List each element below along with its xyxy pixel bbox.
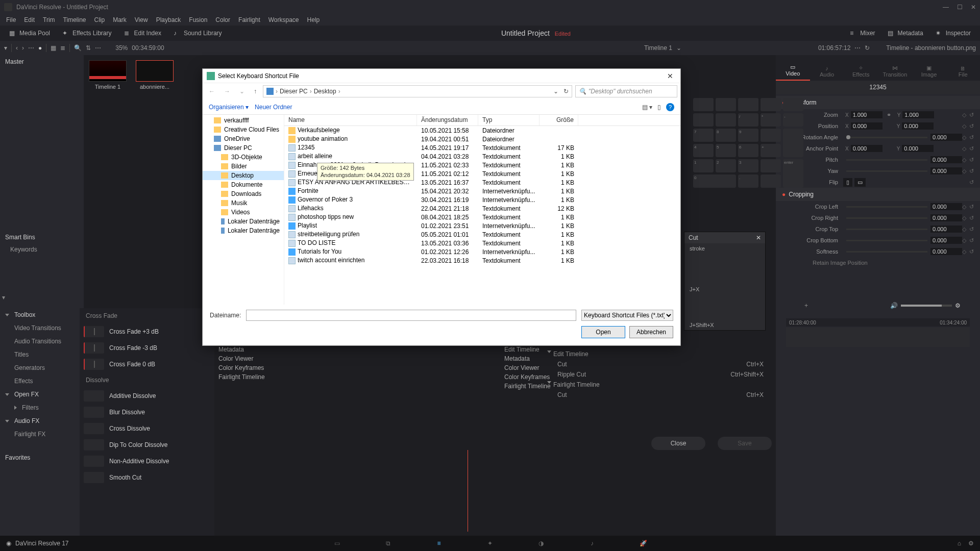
speaker-icon[interactable]: 🔊 [890,302,898,309]
audio-transitions[interactable]: Audio Transitions [0,335,80,348]
video-transitions[interactable]: Video Transitions [0,321,80,335]
inspector-button[interactable]: ✷Inspector [930,28,976,39]
tab-audio[interactable]: ♪Audio [810,62,844,81]
column-name[interactable]: Name [284,115,417,126]
cancel-button[interactable]: Abbrechen [629,326,673,338]
volume-control[interactable]: 🔊 ⚙ [890,302,961,309]
fx-item[interactable]: Cross Fade +3 dB [80,323,214,340]
tree-node[interactable]: Dokumente [203,180,284,189]
keyframe-icon[interactable]: ◇ [962,112,966,118]
maximize-icon[interactable]: ☐ [957,4,963,11]
media-pool-button[interactable]: ▦Media Pool [4,28,55,39]
page-fusion[interactable]: ✦ [485,538,495,548]
preview-pane-icon[interactable]: ▯ [657,104,661,111]
keywords-bin[interactable]: Keywords [0,244,80,255]
tree-node[interactable]: Downloads [203,189,284,198]
open-button[interactable]: Open [581,326,625,338]
flip-h-button[interactable]: ▯ [843,178,852,187]
file-list[interactable]: Name Änderungsdatum Typ Größe Verkaufsbe… [284,115,680,305]
clip-thumbnail[interactable]: Timeline 1 [89,60,127,90]
page-cut[interactable]: ⧉ [383,538,393,548]
list-icon[interactable]: ≣ [60,44,65,52]
breadcrumb[interactable]: ›Dieser PC ›Desktop › ⌄ ↻ [263,85,572,97]
menu-file[interactable]: File [2,16,20,23]
search-icon[interactable]: 🔍 [74,44,82,52]
prev-icon[interactable]: ‹ [16,44,18,52]
fx-item[interactable]: Smooth Cut [80,469,214,486]
more-icon[interactable]: ⋯ [28,44,34,52]
menu-fusion[interactable]: Fusion [185,16,211,23]
menu-workspace[interactable]: Workspace [264,16,303,23]
file-row[interactable]: Tutorials for You01.02.2021 12:26Interne… [284,247,680,256]
filters-category[interactable]: Filters [0,401,80,414]
menu-trim[interactable]: Trim [39,16,59,23]
menu-edit[interactable]: Edit [20,16,39,23]
file-row[interactable]: Verkaufsbelege10.05.2021 15:58Dateiordne… [284,126,680,135]
file-row[interactable]: 1234514.05.2021 19:17Textdokument17 KB [284,143,680,152]
sound-library-button[interactable]: ♪Sound Library [168,28,227,39]
help-icon[interactable]: ? [666,103,674,111]
zoom-y-field[interactable]: 1.000 [902,111,934,118]
close-button[interactable]: Close [651,437,705,450]
fx-item[interactable]: Cross Fade 0 dB [80,356,214,372]
yaw-slider[interactable] [846,170,927,172]
zoom-percent[interactable]: 35% [115,44,128,52]
chevron-down-icon[interactable]: ⌄ [553,88,558,95]
fx-item[interactable]: Additive Dissolve [80,388,214,404]
page-color[interactable]: ◑ [536,538,546,548]
tab-image[interactable]: ▣Image [912,62,946,81]
refresh-icon[interactable]: ↻ [564,88,569,95]
file-row[interactable]: TO DO LISTE13.05.2021 03:36Textdokument1… [284,239,680,247]
tab-effects[interactable]: ✧Effects [844,62,878,81]
next-icon[interactable]: › [22,44,24,52]
page-media[interactable]: ▭ [332,538,342,548]
folder-tree[interactable]: verkauffffCreative Cloud FilesOneDriveDi… [203,115,284,305]
generators-category[interactable]: Generators [0,361,80,374]
file-row[interactable]: Fortnite15.04.2021 20:32Internetverknüpf… [284,187,680,195]
record-icon[interactable]: ● [38,44,42,52]
volume-slider[interactable] [901,305,952,307]
transform-header[interactable]: ●Transform [776,96,980,109]
add-marker-icon[interactable]: + [804,302,808,309]
favorites-category[interactable]: Favorites [0,451,80,464]
fx-item[interactable]: Cross Dissolve [80,420,214,437]
nav-recent-icon[interactable]: ⌄ [236,88,248,95]
grid-icon[interactable]: ▦ [51,44,56,52]
file-type-select[interactable]: Keyboard Shortcut Files (*.txt) [581,310,673,321]
filter-icon[interactable]: ⋯ [95,44,101,52]
audiofx-category[interactable]: Audio FX [0,414,80,428]
sync-icon[interactable]: ↻ [865,44,870,52]
tree-node[interactable]: Dieser PC [203,143,284,153]
effects-category[interactable]: Effects [0,374,80,388]
home-icon[interactable]: ⌂ [958,540,961,547]
menu-mark[interactable]: Mark [109,16,131,23]
tree-node[interactable]: Desktop [203,171,284,180]
column-date[interactable]: Änderungsdatum [417,115,478,126]
search-input[interactable]: 🔍 "Desktop" durchsuchen [575,85,677,97]
tree-node[interactable]: Videos [203,208,284,217]
file-row[interactable]: Governor of Poker 330.04.2021 16:19Inter… [284,195,680,204]
nav-forward-icon[interactable]: → [221,88,233,95]
column-type[interactable]: Typ [478,115,540,126]
close-icon[interactable]: ✕ [756,234,761,241]
panel-collapse-icon[interactable]: ▾ [0,292,10,302]
page-fairlight[interactable]: ♪ [587,538,597,548]
fx-item[interactable]: Non-Additive Dissolve [80,453,214,469]
fx-item[interactable]: Cross Fade -3 dB [80,340,214,356]
tree-node[interactable]: Lokaler Datenträge [203,226,284,235]
fx-item[interactable]: Blur Dissolve [80,404,214,420]
nav-up-icon[interactable]: ↑ [251,88,260,95]
reset-icon[interactable]: ↺ [969,112,974,118]
menu-help[interactable]: Help [303,16,324,23]
playhead[interactable] [468,450,468,532]
file-row[interactable]: Playlist01.02.2021 23:51Internetverknüpf… [284,221,680,230]
menu-color[interactable]: Color [211,16,234,23]
tab-video[interactable]: ▭Video [776,61,810,81]
dialog-close-icon[interactable]: ✕ [664,72,676,80]
tree-node[interactable]: Musik [203,198,284,208]
rotation-slider[interactable] [846,137,927,138]
toolbox-category[interactable]: Toolbox [0,308,80,321]
fx-item[interactable]: Dip To Color Dissolve [80,437,214,453]
pitch-slider[interactable] [846,159,927,161]
zoom-x-field[interactable]: 1.000 [851,111,883,118]
